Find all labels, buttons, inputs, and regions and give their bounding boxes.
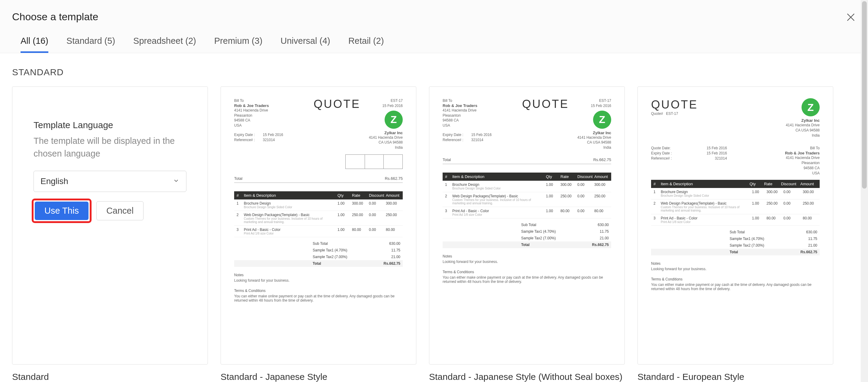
- bill-to-label: Bill To: [234, 98, 310, 104]
- tab-all[interactable]: All (16): [21, 31, 48, 53]
- template-card-japanese[interactable]: Bill To Rob & Joe Traders 4141 Hacienda …: [221, 86, 416, 364]
- scrollbar[interactable]: [861, 0, 868, 382]
- language-select-value: English: [40, 176, 68, 186]
- cancel-button[interactable]: Cancel: [96, 201, 144, 220]
- content-area: STANDARD Template Language The template …: [0, 53, 868, 382]
- template-card-label: Standard - Japanese Style (Without Seal …: [429, 372, 625, 382]
- scroll-thumb[interactable]: [862, 1, 867, 188]
- template-card-standard[interactable]: Template Language The template will be d…: [12, 86, 208, 364]
- table-row: 3 Print Ad - Basic - ColorPrint Ad 1/8 s…: [443, 207, 611, 218]
- table-row: 2 Web Design Packages(Template) - BasicC…: [651, 200, 820, 214]
- tab-standard[interactable]: Standard (5): [66, 31, 115, 53]
- use-this-button[interactable]: Use This: [35, 202, 89, 220]
- section-title: STANDARD: [12, 67, 856, 77]
- table-row: 3 Print Ad - Basic - ColorPrint Ad 1/8 s…: [234, 226, 403, 237]
- template-language-heading: Template Language: [34, 120, 186, 130]
- highlight-annotation: Use This: [34, 200, 90, 221]
- tab-retail[interactable]: Retail (2): [348, 31, 384, 53]
- table-row: 1 Brochure DesignBrochure Design Single …: [443, 181, 611, 192]
- zylkar-logo-icon: Z: [593, 111, 611, 129]
- tab-premium[interactable]: Premium (3): [214, 31, 262, 53]
- table-row: 2 Web Design Packages(Template) - BasicC…: [443, 192, 611, 207]
- tab-spreadsheet[interactable]: Spreadsheet (2): [133, 31, 196, 53]
- header: Choose a template All (16) Standard (5) …: [0, 0, 868, 53]
- table-row: 3 Print Ad - Basic - ColorPrint Ad 1/8 s…: [651, 214, 820, 226]
- template-language-description: The template will be displayed in the ch…: [34, 135, 186, 160]
- page-title: Choose a template: [12, 11, 856, 23]
- language-select[interactable]: English: [34, 171, 186, 192]
- template-card-european[interactable]: QUOTE Quote#EST-17 Z Zylkar Inc 4141 Hac…: [638, 86, 833, 364]
- items-table-header: #Item & Description QtyRate DiscountAmou…: [234, 191, 403, 200]
- template-card-label: Standard - European Style: [638, 372, 833, 382]
- items-table-header: #Item & Description QtyRate DiscountAmou…: [651, 180, 820, 188]
- zylkar-logo-icon: Z: [802, 98, 820, 116]
- template-tabs: All (16) Standard (5) Spreadsheet (2) Pr…: [12, 31, 856, 53]
- template-card-label: Standard - Japanese Style: [221, 372, 416, 382]
- table-row: 1 Brochure DesignBrochure Design Single …: [651, 188, 820, 200]
- template-card-label: Standard: [12, 372, 208, 382]
- chevron-down-icon: [173, 176, 180, 186]
- zylkar-logo-icon: Z: [384, 111, 403, 129]
- template-card-japanese-no-seal[interactable]: Bill To Rob & Joe Traders 4141 Hacienda …: [429, 86, 625, 364]
- items-table-header: #Item & Description QtyRate DiscountAmou…: [443, 173, 611, 181]
- doc-type-title: QUOTE: [314, 98, 361, 111]
- tab-universal[interactable]: Universal (4): [281, 31, 330, 53]
- table-row: 2 Web Design Packages(Template) - BasicC…: [234, 211, 403, 226]
- template-cards-row: Template Language The template will be d…: [12, 86, 856, 382]
- table-row: 1 Brochure DesignBrochure Design Single …: [234, 200, 403, 211]
- seal-boxes: [345, 154, 403, 169]
- close-icon[interactable]: [846, 12, 856, 24]
